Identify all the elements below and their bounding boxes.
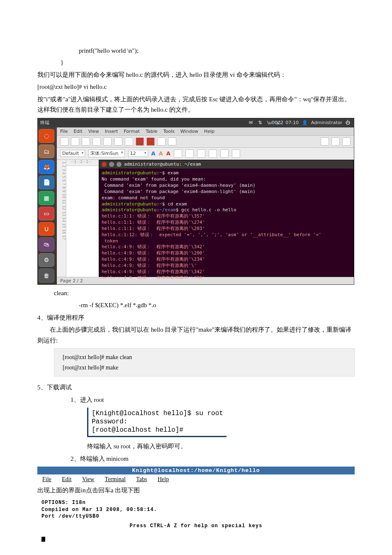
menu-tools[interactable]: Tools	[163, 129, 175, 134]
maximize-icon[interactable]	[117, 162, 122, 167]
size-combo[interactable]: 12	[128, 150, 148, 157]
menu-file[interactable]: File	[42, 476, 51, 482]
redo-icon[interactable]	[168, 137, 176, 146]
align-left-icon[interactable]	[174, 149, 182, 158]
trash-icon[interactable]: 🗑	[39, 269, 54, 282]
code-line: printf("hello world \n");	[79, 46, 355, 56]
menu-table[interactable]: Table	[146, 129, 157, 134]
cursor-icon	[41, 537, 45, 542]
section-4-title: 4、编译使用程序	[37, 313, 355, 323]
menu-insert[interactable]: Insert	[105, 129, 118, 134]
ubuntu-screenshot: 终端 ✉ ⇅ \u0042 🔉 07:10 👤 Administrator ⏻ …	[37, 118, 354, 285]
term-line: [Knight@localhost hello]$ su root	[92, 409, 223, 418]
font-combo[interactable]: 宋体:SimSun	[88, 149, 124, 157]
impress-icon[interactable]: ▭	[39, 207, 54, 220]
align-right-icon[interactable]	[197, 149, 205, 158]
menu-edit[interactable]: Edit	[62, 476, 71, 482]
username[interactable]: Administrator	[311, 120, 342, 125]
ubuntu-one-icon[interactable]: U	[39, 222, 54, 236]
minicom-help-line: Press CTRL-A Z for help on special keys	[41, 523, 351, 530]
zoom-icon[interactable]	[342, 137, 351, 146]
minicom-menubar: File Edit View Terminal Tabs Help	[37, 474, 355, 484]
bold-icon[interactable]: A	[151, 150, 156, 156]
terminal-title: administrator@ubuntu: ~/exam	[124, 161, 201, 168]
menubar: File Edit View Insert Format Table Tools…	[57, 127, 354, 136]
undo-icon[interactable]	[157, 137, 166, 146]
mail-icon[interactable]: ✉	[249, 120, 255, 126]
close-icon[interactable]	[102, 162, 107, 167]
copy-icon[interactable]	[114, 137, 122, 146]
make-commands-box: [root@zxt hello]# make clean [root@zxt h…	[54, 348, 355, 377]
clean-command: -rm -f $(EXEC) *.elf *.gdb *.o	[79, 300, 355, 311]
terminal-titlebar[interactable]: administrator@ubuntu: ~/exam	[99, 160, 353, 169]
step-5-2: 2、终端输入 minicom	[71, 454, 355, 465]
term-line: [root@localhost hello]#	[92, 426, 223, 434]
gnome-terminal[interactable]: administrator@ubuntu: ~/exam administrat…	[99, 160, 354, 277]
save-icon[interactable]	[82, 137, 90, 146]
minicom-output: OPTIONS: I18n Compiled on Mar 13 2008, 0…	[37, 497, 355, 555]
menu-file[interactable]: File	[60, 129, 68, 134]
menu-help[interactable]: Help	[158, 476, 169, 482]
terminal-body[interactable]: administrator@ubuntu:~$ exam No command …	[99, 169, 353, 279]
menu-format[interactable]: Format	[124, 129, 140, 134]
clock[interactable]: 07:10	[285, 120, 299, 125]
underline-icon[interactable]: A	[166, 150, 170, 156]
network-icon[interactable]: ⇅	[258, 120, 264, 126]
active-app-label: 终端	[40, 120, 49, 126]
section-5-title: 5、下载调试	[37, 382, 355, 393]
standard-toolbar	[57, 136, 354, 148]
menu-terminal[interactable]: Terminal	[105, 476, 126, 482]
make-cmd: [root@zxt hello]# make	[63, 362, 346, 373]
bluetooth-icon[interactable]: \u0042	[267, 120, 273, 126]
record-icon[interactable]	[136, 137, 144, 146]
minicom-line: OPTIONS: I18n	[41, 499, 351, 506]
power-icon[interactable]: ⏻	[346, 120, 351, 126]
code-line: }	[61, 57, 355, 68]
software-center-icon[interactable]: 🛍	[39, 237, 54, 251]
step-5-1: 1、进入 root	[71, 395, 355, 406]
stop-record-icon[interactable]	[146, 137, 155, 146]
minimize-icon[interactable]	[109, 162, 114, 167]
italic-icon[interactable]: A	[159, 150, 163, 156]
align-center-icon[interactable]	[185, 149, 194, 158]
user-icon[interactable]: 👤	[302, 120, 308, 126]
interjection-text: 出现上面的界面in点击回车a 出现下图	[37, 485, 355, 496]
new-icon[interactable]	[60, 137, 68, 146]
writer-icon[interactable]: 📄	[39, 176, 54, 189]
paste-icon[interactable]	[125, 137, 133, 146]
settings-icon[interactable]: ⚙	[39, 253, 54, 267]
cut-icon[interactable]	[103, 137, 112, 146]
style-combo[interactable]: Default	[60, 150, 85, 157]
firefox-icon[interactable]: 🦊	[39, 160, 54, 174]
minicom-line: Port /dev/ttyUSB0	[41, 513, 351, 520]
minicom-titlebar: Knight@localhost:/home/Knight/hello	[37, 467, 355, 474]
libreoffice-window: File Edit View Insert Format Table Tools…	[57, 127, 354, 284]
paragraph: 我们可以是用下面的命令来编写 hello.c 的源代码，进入 hello 目录使…	[37, 70, 355, 81]
calc-icon[interactable]: ▦	[39, 191, 54, 205]
menu-edit[interactable]: Edit	[73, 129, 82, 134]
align-justify-icon[interactable]	[209, 149, 217, 158]
gnome-top-panel: 终端 ✉ ⇅ \u0042 🔉 07:10 👤 Administrator ⏻	[38, 118, 354, 127]
open-icon[interactable]	[71, 137, 79, 146]
paragraph: 按"i"或者"a"进入编辑模式，将上面的代码录入进去，完成后按 Esc 键进入命…	[37, 94, 355, 115]
step-5-1-note: 终端输入 su root，再输入密码即可。	[87, 441, 355, 452]
find-icon[interactable]	[331, 137, 340, 146]
formatting-toolbar: Default 宋体:SimSun 12 A A A	[57, 148, 354, 160]
clean-label: clean:	[54, 288, 355, 299]
menu-tabs[interactable]: Tabs	[136, 476, 147, 482]
menu-help[interactable]: Help	[204, 129, 214, 134]
print-icon[interactable]	[93, 137, 101, 146]
page-indicator: Page 2 / 2	[60, 278, 83, 284]
table-icon[interactable]	[321, 137, 329, 146]
su-root-terminal: [Knight@localhost hello]$ su root Passwo…	[87, 408, 226, 437]
indent-inc-icon[interactable]	[232, 149, 240, 158]
menu-window[interactable]: Window	[180, 129, 198, 134]
menu-view[interactable]: View	[88, 129, 99, 134]
files-icon[interactable]: 🗂	[39, 144, 54, 158]
volume-icon[interactable]: 🔉	[276, 120, 282, 126]
indent-dec-icon[interactable]	[220, 149, 229, 158]
make-clean-cmd: [root@zxt hello]# make clean	[63, 352, 346, 362]
term-line: Password:	[92, 418, 223, 426]
menu-view[interactable]: View	[82, 476, 94, 482]
dash-icon[interactable]: ◌	[39, 129, 54, 143]
